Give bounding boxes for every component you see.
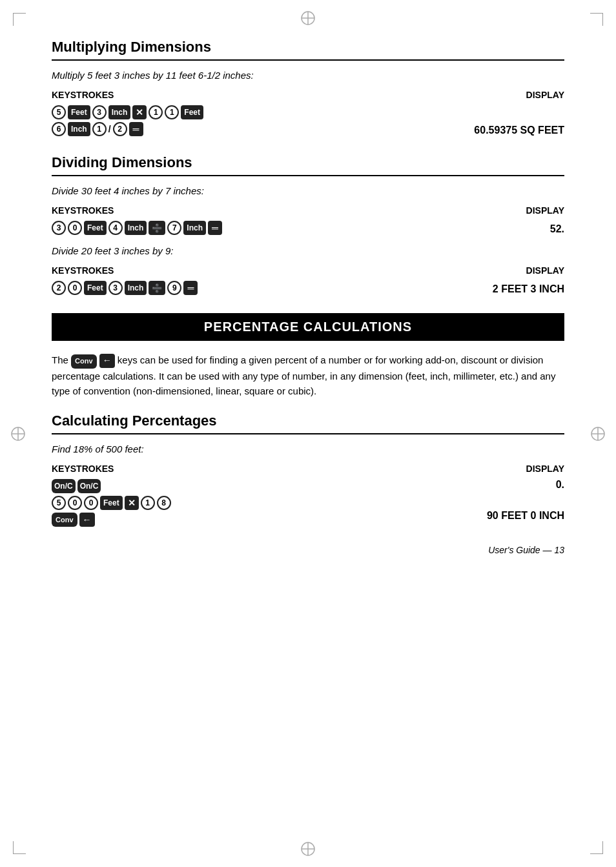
key-divide-1[interactable]: ➗ [149,221,165,235]
calc-pct-display-label: DISPLAY [526,464,564,474]
calc-pct-display-result: 90 FEET 0 INCH [487,510,564,522]
multiplying-keystrokes-label: KEYSTROKES [52,90,114,100]
key-0a[interactable]: 0 [68,221,82,235]
key-conv[interactable]: Conv [52,513,77,527]
key-equals-1[interactable]: ═ [129,122,143,136]
calc-pct-key-line-1: On/C On/C [52,479,171,493]
key-5b[interactable]: 5 [52,496,66,510]
dividing-kd-row-2: 2 0 Feet 3 Inch ➗ 9 ═ 2 FEET 3 INCH [52,281,564,295]
key-2b[interactable]: 2 [52,281,66,295]
dividing-kd-row-1: 3 0 Feet 4 Inch ➗ 7 Inch ═ 52. [52,221,564,235]
key-left-arrow[interactable]: ← [79,513,95,527]
key-8a[interactable]: 8 [157,496,171,510]
key-equals-3[interactable]: ═ [183,281,198,295]
calc-pct-kd-row: On/C On/C 5 0 0 Feet ✕ 1 8 Conv ← 0. 90 … [52,479,564,527]
key-onc-2[interactable]: On/C [77,479,101,493]
dividing-keystrokes-label-1: KEYSTROKES [52,205,114,216]
pct-body-text: The Conv ← keys can be used for finding … [52,352,564,398]
pct-banner: PERCENTAGE CALCULATIONS [52,313,564,341]
calc-pct-keystrokes-label: KEYSTROKES [52,464,114,474]
key-inch-5[interactable]: Inch [125,281,147,295]
key-inch-2[interactable]: Inch [68,122,90,136]
dividing-display-value-1: 52. [550,223,564,235]
key-1a[interactable]: 1 [149,105,163,119]
key-slash-symbol: / [108,124,111,134]
key-feet-2[interactable]: Feet [181,105,203,119]
calc-pct-heading: Calculating Percentages [52,413,564,429]
calc-pct-kd-header: KEYSTROKES DISPLAY [52,464,564,474]
reg-mark-left [10,426,26,442]
dividing-subtitle2: Divide 20 feet 3 inches by 9: [52,245,564,256]
dividing-keys-1: 3 0 Feet 4 Inch ➗ 7 Inch ═ [52,221,222,235]
corner-mark-bl [13,841,26,854]
key-feet-4[interactable]: Feet [84,281,107,295]
calc-pct-display-0: 0. [556,479,564,491]
section-multiplying: Multiplying Dimensions Multiply 5 feet 3… [52,39,564,136]
key-inch-3[interactable]: Inch [125,221,147,235]
multiplying-kd-row: 5 Feet 3 Inch ✕ 1 1 Feet 6 Inch 1 / 2 ═ … [52,105,564,136]
key-divide-2[interactable]: ➗ [149,281,165,295]
reg-mark-right [590,426,606,442]
key-left-arrow-inline[interactable]: ← [99,354,115,368]
key-7a[interactable]: 7 [167,221,181,235]
calc-pct-key-line-2: 5 0 0 Feet ✕ 1 8 [52,496,171,510]
section-dividing: Dividing Dimensions Divide 30 feet 4 inc… [52,154,564,295]
dividing-kd-header-1: KEYSTROKES DISPLAY [52,205,564,216]
key-4a[interactable]: 4 [108,221,123,235]
multiplying-display-label: DISPLAY [526,90,564,100]
calc-pct-display-col: 0. 90 FEET 0 INCH [487,479,564,522]
dividing-keys-2: 2 0 Feet 3 Inch ➗ 9 ═ [52,281,198,295]
key-5[interactable]: 5 [52,105,66,119]
key-0c[interactable]: 0 [68,496,82,510]
calc-pct-key-line-3: Conv ← [52,513,171,527]
section-calc-pct: Calculating Percentages Find 18% of 500 … [52,413,564,527]
dividing-divider [52,175,564,176]
calc-pct-keys: On/C On/C 5 0 0 Feet ✕ 1 8 Conv ← [52,479,171,527]
multiplying-heading: Multiplying Dimensions [52,39,564,56]
multiplying-kd-header: KEYSTROKES DISPLAY [52,90,564,100]
reg-mark-top [300,10,316,26]
key-feet-5[interactable]: Feet [100,496,123,510]
key-6[interactable]: 6 [52,122,66,136]
key-feet-3[interactable]: Feet [84,221,107,235]
footer: User's Guide — 13 [52,545,564,555]
multiplying-display-value: 60.59375 SQ FEET [474,125,564,136]
key-3[interactable]: 3 [92,105,107,119]
key-0b[interactable]: 0 [68,281,82,295]
key-9a[interactable]: 9 [167,281,181,295]
key-0d[interactable]: 0 [84,496,98,510]
key-inch-1[interactable]: Inch [108,105,131,119]
key-multiply[interactable]: ✕ [132,105,147,119]
corner-mark-tl [13,13,26,26]
key-2a[interactable]: 2 [113,122,127,136]
key-onc-1[interactable]: On/C [52,479,76,493]
key-3b[interactable]: 3 [108,281,123,295]
multiplying-key-line-2: 6 Inch 1 / 2 ═ [52,122,203,136]
multiplying-subtitle: Multiply 5 feet 3 inches by 11 feet 6-1/… [52,70,564,81]
dividing-kd-header-2: KEYSTROKES DISPLAY [52,265,564,276]
dividing-display-label-2: DISPLAY [526,265,564,276]
key-conv-inline[interactable]: Conv [71,354,97,369]
dividing-keystrokes-label-2: KEYSTROKES [52,265,114,276]
key-1c[interactable]: 1 [92,122,107,136]
multiplying-keys: 5 Feet 3 Inch ✕ 1 1 Feet 6 Inch 1 / 2 ═ [52,105,203,136]
dividing-subtitle1: Divide 30 feet 4 inches by 7 inches: [52,185,564,196]
reg-mark-bottom [300,841,316,857]
key-inch-4[interactable]: Inch [183,221,206,235]
dividing-display-label-1: DISPLAY [526,205,564,216]
dividing-heading: Dividing Dimensions [52,154,564,171]
calc-pct-divider [52,433,564,434]
corner-mark-tr [590,13,603,26]
key-1d[interactable]: 1 [141,496,155,510]
key-3a[interactable]: 3 [52,221,66,235]
corner-mark-br [590,841,603,854]
calc-pct-subtitle: Find 18% of 500 feet: [52,444,564,454]
multiplying-divider [52,59,564,61]
key-1b[interactable]: 1 [165,105,179,119]
footer-text: User's Guide — 13 [488,545,564,555]
key-multiply-2[interactable]: ✕ [125,496,139,510]
key-equals-2[interactable]: ═ [208,221,222,235]
multiplying-key-line-1: 5 Feet 3 Inch ✕ 1 1 Feet [52,105,203,119]
dividing-display-value-2: 2 FEET 3 INCH [493,283,564,295]
key-feet-1[interactable]: Feet [68,105,90,119]
